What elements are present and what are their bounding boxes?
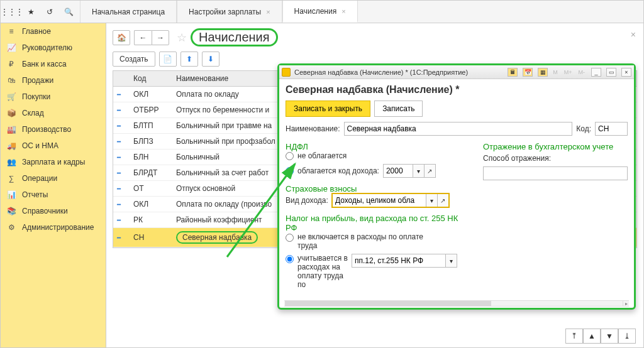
sidebar-item-9[interactable]: ∑Операции	[1, 170, 106, 187]
move-down-button[interactable]: ⬇	[202, 52, 219, 67]
tab-calc[interactable]: Начисления×	[282, 1, 358, 23]
calendar-icon[interactable]: 📅	[523, 68, 533, 77]
profit-input[interactable]	[352, 254, 446, 268]
row-marker-icon: ━	[117, 217, 121, 224]
scroll-down-button[interactable]: ▼	[601, 329, 618, 344]
sidebar-item-4[interactable]: 🛒Покупки	[1, 89, 106, 105]
row-code: БЛН	[130, 150, 172, 165]
scroll-right-icon[interactable]: ▸	[623, 301, 629, 306]
sidebar-item-8[interactable]: 👥Зарплата и кадры	[1, 154, 106, 170]
sidebar-icon: 🏭	[7, 125, 16, 134]
scroll-bottom-button[interactable]: ⤓	[618, 329, 636, 344]
dropdown-icon[interactable]: ▾	[413, 164, 425, 178]
scroll-top-button[interactable]: ⤒	[565, 329, 583, 344]
create-button-label: Создать	[119, 55, 148, 63]
row-marker-icon: ━	[117, 122, 121, 129]
sidebar-item-1[interactable]: 📈Руководителю	[1, 40, 106, 56]
maximize-icon[interactable]: ▭	[606, 68, 616, 77]
ndfl-radio-yes[interactable]	[286, 167, 294, 175]
sidebar-item-3[interactable]: 🛍Продажи	[1, 72, 106, 89]
sidebar-icon: 🛒	[7, 92, 16, 101]
sidebar-item-7[interactable]: 🚚ОС и НМА	[1, 138, 106, 154]
sidebar-item-12[interactable]: ⚙Администрирование	[1, 219, 106, 236]
tab-home[interactable]: Начальная страница	[80, 1, 177, 23]
ndfl-opt1: не облагается	[297, 151, 347, 160]
mem-mm[interactable]: M-	[577, 69, 587, 75]
row-marker-icon: ━	[117, 201, 121, 208]
sidebar-item-10[interactable]: 📊Отчеты	[1, 187, 106, 203]
calc-icon[interactable]: 🖩	[508, 68, 518, 77]
row-code: ОКЛ	[130, 87, 172, 102]
move-up-button[interactable]: ⬆	[180, 52, 198, 67]
sidebar-item-label: Администрирование	[22, 223, 94, 232]
scrollbar[interactable]: ◂ ▸	[284, 300, 629, 307]
save-close-button[interactable]: Записать и закрыть	[286, 101, 370, 117]
sidebar-icon: 🛍	[7, 76, 16, 85]
col-header-code[interactable]: Код	[130, 71, 172, 86]
sidebar-item-0[interactable]: ≡Главное	[1, 23, 106, 40]
scroll-up-button[interactable]: ▲	[583, 329, 601, 344]
minimize-icon[interactable]: _	[591, 68, 601, 77]
sidebar-item-label: ОС и НМА	[22, 141, 58, 150]
ins-input[interactable]	[332, 193, 426, 207]
open-icon[interactable]: ↗	[438, 193, 449, 207]
code-input[interactable]	[595, 122, 628, 136]
sidebar-icon: 🚚	[7, 141, 16, 150]
copy-button[interactable]: 📄	[159, 52, 177, 67]
dropdown-icon[interactable]: ▾	[426, 193, 438, 207]
sidebar-icon: ∑	[7, 174, 16, 183]
row-marker-icon: ━	[117, 138, 121, 145]
row-name: Больничный при профзабол	[176, 137, 275, 146]
row-code: ОКЛ	[130, 197, 172, 212]
search-icon[interactable]: 🔍	[60, 3, 77, 21]
profit-opt1: не включается в расходы по оплате труда	[297, 232, 423, 250]
close-icon[interactable]: ×	[266, 8, 270, 16]
sidebar-item-5[interactable]: 📦Склад	[1, 105, 106, 121]
row-name: Больничный	[176, 153, 219, 161]
ndfl-code-input[interactable]	[383, 164, 413, 178]
acc-input[interactable]	[483, 166, 628, 180]
mem-m[interactable]: M	[552, 69, 559, 75]
scrollbar-thumb[interactable]	[285, 301, 491, 306]
sidebar-icon: ₽	[7, 60, 16, 68]
row-marker-icon: ━	[117, 170, 121, 177]
sidebar-item-6[interactable]: 🏭Производство	[1, 121, 106, 138]
row-code: БЛТП	[130, 118, 172, 133]
tab-settings-label: Настройки зарплаты	[189, 8, 261, 16]
sidebar-item-label: Руководителю	[22, 43, 72, 52]
history-icon[interactable]: ↺	[41, 3, 58, 21]
ndfl-opt2: облагается код дохода:	[297, 166, 379, 175]
back-button[interactable]: ←	[134, 30, 152, 45]
save-button[interactable]: Записать	[374, 101, 423, 117]
ndfl-radio-no[interactable]	[286, 152, 294, 160]
home-button[interactable]: 🏠	[113, 30, 130, 45]
app-icon	[282, 68, 291, 77]
dialog-title: Северная надбавка (Начисление) * (1С:Пре…	[294, 68, 468, 76]
create-button[interactable]: Создать	[113, 52, 155, 67]
close-icon[interactable]: ×	[631, 30, 636, 40]
dropdown-icon[interactable]: ▾	[446, 254, 457, 268]
row-code: СН	[130, 230, 172, 245]
sidebar-item-2[interactable]: ₽Банк и касса	[1, 56, 106, 72]
favorite-icon[interactable]: ☆	[177, 31, 187, 45]
close-icon[interactable]: ×	[621, 68, 631, 77]
close-icon[interactable]: ×	[341, 8, 345, 15]
name-input[interactable]	[344, 122, 573, 136]
tab-settings[interactable]: Настройки зарплаты×	[177, 1, 282, 23]
open-icon[interactable]: ↗	[425, 164, 436, 178]
star-icon[interactable]: ★	[22, 3, 40, 21]
row-name: Районный коэффициент	[176, 215, 262, 224]
profit-heading: Налог на прибыль, вид расхода по ст. 255…	[286, 214, 464, 232]
sidebar-item-label: Главное	[22, 27, 51, 36]
profit-radio-no[interactable]	[286, 234, 294, 242]
forward-button[interactable]: →	[152, 30, 169, 45]
profit-radio-yes[interactable]	[286, 255, 294, 263]
dialog: Северная надбавка (Начисление) * (1С:Пре…	[277, 63, 636, 310]
sidebar-item-11[interactable]: 📚Справочники	[1, 203, 106, 219]
row-marker-icon: ━	[117, 91, 121, 98]
mem-mp[interactable]: M+	[563, 69, 574, 75]
grid-icon[interactable]: ▦	[538, 68, 548, 77]
apps-icon[interactable]: ⋮⋮⋮	[3, 3, 21, 21]
sidebar-icon: 📚	[7, 207, 16, 215]
sidebar-icon: 📈	[7, 43, 16, 52]
